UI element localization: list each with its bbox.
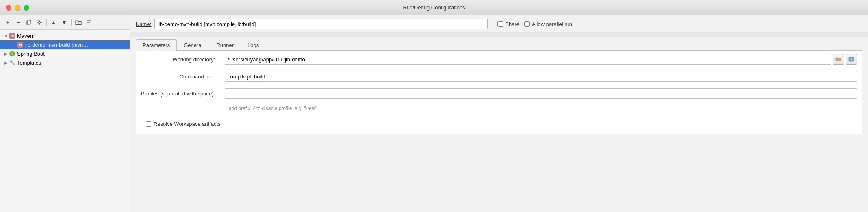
command-line-value	[220, 68, 862, 85]
expand-arrow-maven: ▼	[3, 33, 9, 39]
sidebar-item-maven[interactable]: ▼ m Maven	[0, 31, 130, 40]
tab-general[interactable]: General	[177, 39, 209, 51]
move-down-button[interactable]: ▼	[60, 18, 69, 27]
jib-demo-icon: m	[17, 41, 24, 48]
working-directory-browse-btn[interactable]	[833, 54, 844, 65]
main-layout: + − ▲ ▼ +	[0, 15, 868, 212]
toolbar-sep-2	[71, 19, 72, 26]
expand-arrow-jib	[11, 42, 17, 48]
working-directory-label: Working directory:	[136, 51, 220, 68]
sidebar-toolbar: + − ▲ ▼ +	[0, 15, 130, 30]
resolve-workspace-row: Resolve Workspace artifacts	[136, 115, 862, 134]
tab-logs[interactable]: Logs	[241, 39, 266, 51]
command-line-label: Command line:	[136, 68, 220, 85]
sidebar-item-springboot[interactable]: ▶ ↺ Spring Boot	[0, 49, 130, 58]
sidebar-item-jib-demo[interactable]: m jib-demo-mvn-build [mvn…	[0, 40, 130, 49]
templates-icon: 🔧	[9, 59, 15, 66]
copy-config-button[interactable]	[24, 18, 33, 27]
window-controls[interactable]	[6, 5, 29, 11]
springboot-group-label: Spring Boot	[17, 51, 45, 57]
profiles-hint-cell: add prefix '-' to disable profile, e.g. …	[220, 102, 862, 115]
title-bar: Run/Debug Configurations	[0, 0, 868, 15]
folder-browse-icon	[835, 57, 841, 62]
parallel-label[interactable]: Allow parallel run	[524, 21, 572, 27]
config-tree: ▼ m Maven m jib-demo-mvn-build [mvn… ▶ ↺	[0, 30, 130, 212]
profiles-value	[220, 85, 862, 102]
profiles-hint-spacer	[136, 102, 220, 115]
svg-point-2	[39, 22, 41, 24]
remove-config-button[interactable]: −	[14, 18, 23, 27]
command-line-input[interactable]	[225, 71, 857, 82]
settings-icon	[37, 19, 42, 25]
minimize-button[interactable]	[15, 5, 20, 11]
parallel-checkbox[interactable]	[524, 21, 530, 27]
springboot-group-icon: ↺	[9, 50, 15, 57]
copy-icon	[26, 19, 32, 25]
profiles-hint-row: add prefix '-' to disable profile, e.g. …	[136, 102, 862, 115]
profiles-row: Profiles (separated with space):	[136, 85, 862, 102]
share-label[interactable]: Share	[497, 21, 519, 27]
tab-content-parameters: Working directory:	[136, 51, 862, 134]
folder-icon: +	[75, 19, 82, 25]
tab-parameters[interactable]: Parameters	[136, 39, 177, 51]
profiles-input[interactable]	[225, 88, 857, 99]
expand-arrow-templates: ▶	[3, 60, 9, 65]
working-directory-input-wrapper: +	[225, 54, 857, 65]
sort-icon	[86, 19, 92, 25]
resolve-workspace-checkbox[interactable]	[146, 121, 151, 127]
share-text: Share	[505, 21, 519, 27]
move-up-button[interactable]: ▲	[49, 18, 58, 27]
name-label: Name:	[136, 21, 151, 27]
sidebar: + − ▲ ▼ +	[0, 15, 130, 212]
jib-demo-label: jib-demo-mvn-build [mvn…	[25, 42, 88, 48]
tab-bar: Parameters General Runner Logs	[136, 39, 862, 51]
toolbar-sep-1	[46, 19, 47, 26]
maximize-button[interactable]	[24, 5, 29, 11]
macro-icon: +	[848, 57, 854, 62]
close-button[interactable]	[6, 5, 11, 11]
working-directory-var-btn[interactable]: +	[846, 54, 857, 65]
share-checkbox[interactable]	[497, 21, 503, 27]
command-line-row: Command line:	[136, 68, 862, 85]
name-row: Name: Share Allow parallel run	[130, 15, 868, 32]
settings-button[interactable]	[35, 18, 44, 27]
svg-text:+: +	[851, 58, 852, 61]
profiles-hint: add prefix '-' to disable profile, e.g. …	[225, 106, 317, 111]
parallel-text: Allow parallel run	[532, 21, 572, 27]
working-directory-value: +	[220, 51, 862, 68]
parameters-form: Working directory:	[136, 51, 862, 134]
resolve-workspace-wrapper: Resolve Workspace artifacts	[141, 118, 857, 130]
profiles-label: Profiles (separated with space):	[136, 85, 220, 102]
add-config-button[interactable]: +	[3, 18, 12, 27]
top-controls: Share Allow parallel run	[497, 21, 572, 27]
sort-button[interactable]	[85, 18, 93, 27]
svg-rect-1	[28, 20, 31, 24]
working-directory-input[interactable]	[225, 54, 831, 65]
maven-group-icon: m	[9, 32, 15, 39]
maven-group-label: Maven	[17, 33, 33, 39]
resolve-workspace-cell: Resolve Workspace artifacts	[136, 115, 862, 134]
expand-arrow-springboot: ▶	[3, 51, 9, 56]
new-folder-button[interactable]: +	[74, 18, 83, 27]
svg-text:+: +	[78, 22, 79, 24]
resolve-workspace-label: Resolve Workspace artifacts	[154, 121, 221, 127]
right-panel: Name: Share Allow parallel run Parameter…	[130, 15, 868, 212]
tab-runner[interactable]: Runner	[209, 39, 241, 51]
sidebar-item-templates[interactable]: ▶ 🔧 Templates	[0, 58, 130, 67]
window-title: Run/Debug Configurations	[403, 4, 465, 11]
templates-label: Templates	[17, 60, 41, 66]
name-input[interactable]	[154, 19, 488, 29]
working-directory-row: Working directory:	[136, 51, 862, 68]
